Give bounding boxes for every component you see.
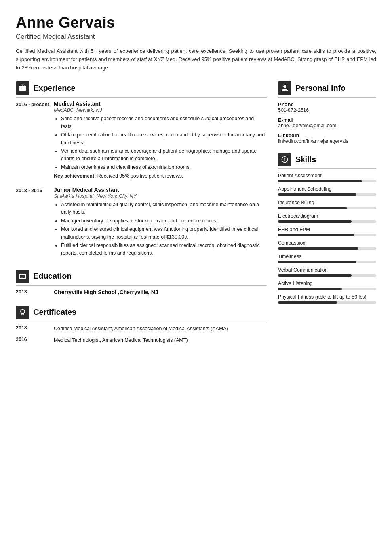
right-column: Personal Info Phone 501-872-2516 E-mail … <box>278 81 376 354</box>
experience-row-1: 2016 - present Medical Assistant MedABC,… <box>16 101 267 179</box>
skill-bar-fill <box>278 220 352 223</box>
skill-bar-background <box>278 261 376 263</box>
skill-name: Verbal Communication <box>278 267 376 273</box>
skill-name: Electrocardiogram <box>278 213 376 219</box>
phone-value: 501-872-2516 <box>278 107 376 113</box>
phone-item: Phone 501-872-2516 <box>278 101 376 113</box>
skill-item: Timeliness <box>278 254 376 263</box>
exp-company-2: St Mark's Hospital, New York City, NY <box>54 193 267 199</box>
skill-bar-background <box>278 193 376 196</box>
education-title: Education <box>33 272 72 281</box>
certificates-icon <box>16 306 29 319</box>
exp-bullets-1: Send and receive patient records and doc… <box>54 115 267 171</box>
skill-bar-fill <box>278 274 352 277</box>
experience-title: Experience <box>33 84 76 93</box>
skill-item: Electrocardiogram <box>278 213 376 223</box>
personal-info-section: Personal Info Phone 501-872-2516 E-mail … <box>278 81 376 144</box>
cert-date-1: 2018 <box>16 325 54 333</box>
skill-item: Compassion <box>278 240 376 250</box>
skill-name: Active Listening <box>278 281 376 286</box>
exp-achievement-1: Key achievement: Received 95% positive p… <box>54 173 267 179</box>
skill-item: Insurance Billing <box>278 200 376 209</box>
candidate-title: Certified Medical Assistant <box>16 33 376 41</box>
personal-info-section-header: Personal Info <box>278 81 376 98</box>
education-section: Education 2013 Cherryville High School ,… <box>16 270 267 295</box>
phone-label: Phone <box>278 101 376 107</box>
exp-date-1: 2016 - present <box>16 101 54 179</box>
bullet: Verified data such as insurance coverage… <box>61 147 267 163</box>
skill-bar-background <box>278 207 376 209</box>
linkedin-value: linkedin.com/in/annejanegervais <box>278 138 376 144</box>
two-column-layout: Experience 2016 - present Medical Assist… <box>16 81 376 354</box>
skill-bar-fill <box>278 288 342 290</box>
email-item: E-mail anne.j.gervais@gmail.com <box>278 117 376 128</box>
skill-item: EHR and EPM <box>278 227 376 236</box>
experience-icon <box>16 81 29 95</box>
skill-bar-fill <box>278 193 356 196</box>
cert-row-1: 2018 Certified Medical Assistant, Americ… <box>16 325 267 333</box>
skills-section-header: Skills <box>278 153 376 169</box>
skills-section: Skills Patient Assessment Appointment Sc… <box>278 153 376 304</box>
skill-name: EHR and EPM <box>278 227 376 232</box>
skills-list: Patient Assessment Appointment Schedulin… <box>278 173 376 304</box>
skill-bar-background <box>278 247 376 250</box>
personal-info-icon <box>278 81 291 95</box>
education-icon <box>16 270 29 283</box>
skill-bar-fill <box>278 247 358 250</box>
skill-name: Timeliness <box>278 254 376 259</box>
bullet: Obtain pre-certification for health care… <box>61 131 267 147</box>
skill-bar-background <box>278 180 376 182</box>
skills-title: Skills <box>295 155 316 164</box>
cert-row-2: 2016 Medical Technologist, American Medi… <box>16 337 267 344</box>
cert-date-2: 2016 <box>16 337 54 344</box>
skill-item: Physical Fitness (able to lift up to 50 … <box>278 294 376 304</box>
resume-page: Anne Gervais Certified Medical Assistant… <box>0 0 392 555</box>
experience-row-2: 2013 - 2016 Junior Medical Assistant St … <box>16 187 267 259</box>
exp-job-title-1: Medical Assistant <box>54 101 267 107</box>
exp-bullets-2: Assisted in maintaining all quality cont… <box>54 201 267 257</box>
skill-item: Verbal Communication <box>278 267 376 277</box>
cert-description-2: Medical Technologist, American Medical T… <box>54 337 267 344</box>
exp-body-2: Junior Medical Assistant St Mark's Hospi… <box>54 187 267 259</box>
email-value: anne.j.gervais@gmail.com <box>278 123 376 128</box>
bullet: Managed inventory of supplies; restocked… <box>61 217 267 225</box>
bullet: Assisted in maintaining all quality cont… <box>61 201 267 216</box>
candidate-name: Anne Gervais <box>16 14 376 31</box>
email-label: E-mail <box>278 117 376 123</box>
skill-name: Physical Fitness (able to lift up to 50 … <box>278 294 376 300</box>
skill-bar-fill <box>278 180 362 182</box>
edu-date-1: 2013 <box>16 289 54 295</box>
bullet: Maintain orderliness and cleanliness of … <box>61 164 267 171</box>
linkedin-item: LinkedIn linkedin.com/in/annejanegervais <box>278 132 376 144</box>
edu-institution-1: Cherryville High School ,Cherryville, NJ <box>54 289 267 295</box>
skills-icon <box>278 153 291 166</box>
cert-description-1: Certified Medical Assistant, American As… <box>54 325 267 333</box>
skill-name: Appointment Scheduling <box>278 186 376 192</box>
skill-bar-fill <box>278 234 354 236</box>
bullet: Fulfilled clerical responsibilities as a… <box>61 242 267 257</box>
certificates-section-header: Certificates <box>16 306 267 322</box>
exp-company-1: MedABC, Newark, NJ <box>54 107 267 113</box>
skill-bar-fill <box>278 207 347 209</box>
skill-item: Appointment Scheduling <box>278 186 376 196</box>
education-row-1: 2013 Cherryville High School ,Cherryvill… <box>16 289 267 295</box>
certificates-title: Certificates <box>33 308 76 317</box>
exp-job-title-2: Junior Medical Assistant <box>54 187 267 193</box>
skill-name: Patient Assessment <box>278 173 376 178</box>
exp-body-1: Medical Assistant MedABC, Newark, NJ Sen… <box>54 101 267 179</box>
skill-item: Patient Assessment <box>278 173 376 182</box>
skill-name: Compassion <box>278 240 376 246</box>
skill-bar-fill <box>278 261 356 263</box>
exp-date-2: 2013 - 2016 <box>16 187 54 259</box>
skill-bar-background <box>278 220 376 223</box>
linkedin-label: LinkedIn <box>278 132 376 138</box>
skill-name: Insurance Billing <box>278 200 376 205</box>
skill-bar-background <box>278 234 376 236</box>
candidate-summary: Certified Medical Assistant with 5+ year… <box>16 47 376 72</box>
education-section-header: Education <box>16 270 267 286</box>
svg-rect-0 <box>19 87 26 88</box>
bullet: Monitored and ensured clinical equipment… <box>61 226 267 241</box>
personal-info-title: Personal Info <box>295 84 346 93</box>
bullet: Send and receive patient records and doc… <box>61 115 267 130</box>
skill-item: Active Listening <box>278 281 376 290</box>
